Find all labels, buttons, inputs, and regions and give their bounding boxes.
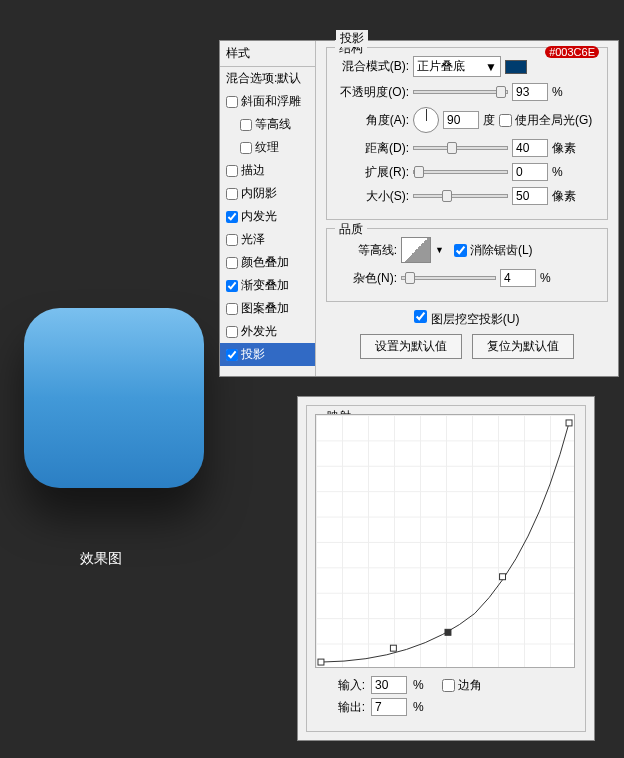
- style-item-3[interactable]: 描边: [220, 159, 315, 182]
- curve-input-label: 输入:: [335, 677, 365, 694]
- distance-slider[interactable]: [413, 146, 508, 150]
- spread-slider[interactable]: [413, 170, 508, 174]
- quality-fieldset: 品质 等高线: ▼ 消除锯齿(L) 杂色(N): %: [326, 228, 608, 302]
- style-item-6[interactable]: 光泽: [220, 228, 315, 251]
- spread-input[interactable]: [512, 163, 548, 181]
- curve-output-field[interactable]: [371, 698, 407, 716]
- style-item-2[interactable]: 纹理: [220, 136, 315, 159]
- shadow-settings-panel: 结构 #003C6E 混合模式(B): 正片叠底▼ 不透明度(O): % 角度(…: [316, 41, 618, 376]
- distance-input[interactable]: [512, 139, 548, 157]
- antialias-checkbox[interactable]: 消除锯齿(L): [454, 242, 533, 259]
- opacity-slider[interactable]: [413, 90, 508, 94]
- structure-fieldset: 结构 #003C6E 混合模式(B): 正片叠底▼ 不透明度(O): % 角度(…: [326, 47, 608, 220]
- quality-legend: 品质: [335, 221, 367, 238]
- blend-mode-dropdown[interactable]: 正片叠底▼: [413, 56, 501, 77]
- reset-default-button[interactable]: 复位为默认值: [472, 334, 574, 359]
- global-light-checkbox[interactable]: 使用全局光(G): [499, 112, 592, 129]
- contour-picker[interactable]: [401, 237, 431, 263]
- spread-label: 扩展(R):: [337, 164, 409, 181]
- style-item-7[interactable]: 颜色叠加: [220, 251, 315, 274]
- preview-label: 效果图: [80, 550, 122, 568]
- contour-editor-dialog: 映射 输入: % 边角 输出: %: [297, 396, 595, 741]
- angle-input[interactable]: [443, 111, 479, 129]
- layer-style-dialog: 样式 混合选项:默认 斜面和浮雕等高线纹理描边内阴影内发光光泽颜色叠加渐变叠加图…: [219, 40, 619, 377]
- icon-preview: [24, 308, 204, 488]
- color-code-badge: #003C6E: [545, 46, 599, 58]
- noise-slider[interactable]: [401, 276, 496, 280]
- size-slider[interactable]: [413, 194, 508, 198]
- chevron-down-icon[interactable]: ▼: [435, 245, 444, 255]
- curve-output-label: 输出:: [335, 699, 365, 716]
- opacity-label: 不透明度(O):: [337, 84, 409, 101]
- style-item-11[interactable]: 投影: [220, 343, 315, 366]
- distance-label: 距离(D):: [337, 140, 409, 157]
- size-input[interactable]: [512, 187, 548, 205]
- angle-label: 角度(A):: [337, 112, 409, 129]
- svg-rect-4: [566, 420, 572, 426]
- style-item-0[interactable]: 斜面和浮雕: [220, 90, 315, 113]
- blend-mode-label: 混合模式(B):: [337, 58, 409, 75]
- styles-panel: 样式 混合选项:默认 斜面和浮雕等高线纹理描边内阴影内发光光泽颜色叠加渐变叠加图…: [220, 41, 316, 376]
- svg-rect-1: [390, 645, 396, 651]
- curve-canvas[interactable]: [315, 414, 575, 668]
- styles-header: 样式: [220, 41, 315, 67]
- style-item-8[interactable]: 渐变叠加: [220, 274, 315, 297]
- svg-rect-0: [318, 659, 324, 665]
- style-item-4[interactable]: 内阴影: [220, 182, 315, 205]
- noise-input[interactable]: [500, 269, 536, 287]
- style-item-10[interactable]: 外发光: [220, 320, 315, 343]
- curve-path: [316, 415, 574, 667]
- curve-input-field[interactable]: [371, 676, 407, 694]
- size-label: 大小(S):: [337, 188, 409, 205]
- set-default-button[interactable]: 设置为默认值: [360, 334, 462, 359]
- svg-rect-2: [445, 629, 451, 635]
- contour-label: 等高线:: [337, 242, 397, 259]
- blending-options[interactable]: 混合选项:默认: [220, 67, 315, 90]
- chevron-down-icon: ▼: [485, 60, 497, 74]
- shadow-color-swatch[interactable]: [505, 60, 527, 74]
- style-item-1[interactable]: 等高线: [220, 113, 315, 136]
- opacity-input[interactable]: [512, 83, 548, 101]
- noise-label: 杂色(N):: [337, 270, 397, 287]
- svg-rect-3: [500, 574, 506, 580]
- layer-knockout-checkbox[interactable]: 图层挖空投影(U): [414, 312, 519, 326]
- drop-shadow-title: 投影: [336, 30, 368, 47]
- corner-checkbox[interactable]: 边角: [442, 677, 482, 694]
- style-item-9[interactable]: 图案叠加: [220, 297, 315, 320]
- angle-dial[interactable]: [413, 107, 439, 133]
- style-item-5[interactable]: 内发光: [220, 205, 315, 228]
